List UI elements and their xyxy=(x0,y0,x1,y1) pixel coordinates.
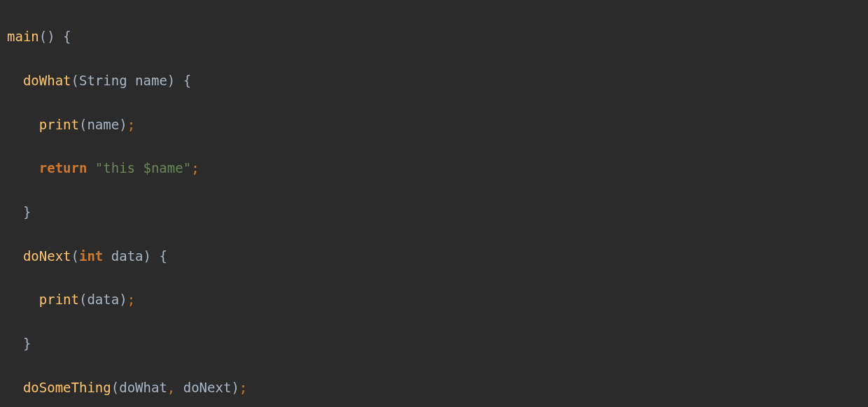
type-name: int xyxy=(79,248,103,264)
string-literal: "this $name" xyxy=(95,160,191,176)
semicolon: ; xyxy=(239,380,247,395)
code-line[interactable]: main() { xyxy=(7,26,861,48)
space xyxy=(127,73,135,88)
parentheses: () xyxy=(39,29,55,44)
paren-close: ) xyxy=(144,248,151,264)
argument: doWhat xyxy=(119,380,167,395)
indent xyxy=(7,204,23,220)
brace-open: { xyxy=(151,248,167,264)
paren-open: ( xyxy=(71,248,79,264)
function-call: print xyxy=(39,117,79,132)
code-editor[interactable]: main() { doWhat(String name) { print(nam… xyxy=(7,4,861,407)
paren-close: ) xyxy=(231,380,239,395)
code-line[interactable]: doNext(int data) { xyxy=(7,245,861,267)
brace-close: } xyxy=(23,336,31,351)
indent xyxy=(7,160,39,176)
semicolon: ; xyxy=(127,117,135,132)
paren-open: ( xyxy=(79,117,87,132)
paren-open: ( xyxy=(71,73,79,88)
type-name: String xyxy=(79,73,127,88)
argument: data xyxy=(87,292,119,307)
indent xyxy=(7,292,39,307)
paren-close: ) xyxy=(119,117,127,132)
paren-close: ) xyxy=(119,292,127,307)
code-line[interactable]: } xyxy=(7,333,861,355)
paren-open: ( xyxy=(111,380,119,395)
brace-open: { xyxy=(175,73,191,88)
paren-close: ) xyxy=(167,73,175,88)
function-call: doSomeThing xyxy=(23,380,111,395)
brace-close: } xyxy=(23,204,31,220)
function-name: main xyxy=(7,29,39,44)
code-line[interactable]: } xyxy=(7,201,861,223)
comma: , xyxy=(167,380,175,395)
space xyxy=(175,380,183,395)
paren-open: ( xyxy=(79,292,87,307)
argument: name xyxy=(87,117,119,132)
parameter: data xyxy=(111,248,144,264)
parameter: name xyxy=(135,73,167,88)
indent xyxy=(7,73,23,88)
code-line[interactable]: doSomeThing(doWhat, doNext); xyxy=(7,377,861,399)
space xyxy=(103,248,111,264)
space xyxy=(87,160,94,176)
argument: doNext xyxy=(183,380,232,395)
function-name: doNext xyxy=(23,248,71,264)
code-line[interactable]: return "this $name"; xyxy=(7,157,861,179)
semicolon: ; xyxy=(127,292,135,307)
keyword-return: return xyxy=(39,160,88,176)
code-line[interactable]: print(data); xyxy=(7,289,861,310)
indent xyxy=(7,380,23,395)
code-line[interactable]: print(name); xyxy=(7,114,861,136)
brace-open: { xyxy=(55,29,71,44)
function-call: print xyxy=(39,292,79,307)
code-line[interactable]: doWhat(String name) { xyxy=(7,70,861,92)
indent xyxy=(7,336,23,351)
indent xyxy=(7,248,23,264)
semicolon: ; xyxy=(191,160,199,176)
function-name: doWhat xyxy=(23,73,71,88)
indent xyxy=(7,117,39,132)
